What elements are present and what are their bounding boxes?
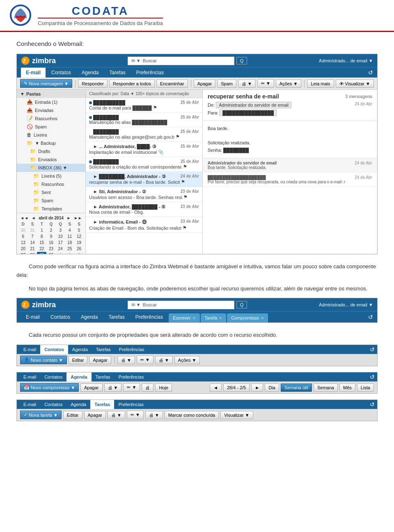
cal-cell-today[interactable]: 29	[37, 252, 46, 254]
cal-cell[interactable]: 31	[28, 227, 37, 233]
email-item-3[interactable]: ████████ 25 de Abr Manutenção no alias g…	[86, 127, 202, 142]
cal-cell[interactable]: 2	[46, 227, 56, 233]
cal-cell[interactable]: 4	[65, 227, 75, 233]
nav-email[interactable]: E-mail	[21, 68, 46, 78]
email-item-8[interactable]: ► Administrador, ████████ - ⑤ 23 de Abr …	[86, 202, 202, 217]
cal-cell[interactable]: 1	[56, 252, 65, 254]
cal-cell[interactable]: 8	[37, 233, 46, 240]
props-tarefas-nav-tarefas[interactable]: Tarefas	[90, 400, 114, 409]
send-contato-btn[interactable]: 🖨 ▼	[155, 356, 173, 364]
responder-todos-btn[interactable]: Responder a todos	[109, 80, 155, 88]
nav2-contatos[interactable]: Contatos	[46, 312, 75, 322]
cal-cell[interactable]: 7	[28, 233, 37, 240]
props-tarefas-nav-contatos[interactable]: Contatos	[40, 400, 66, 409]
tag-btn[interactable]: ✏ ▼	[257, 79, 274, 88]
props-tarefas-nav-agenda[interactable]: Agenda	[66, 400, 90, 409]
props-nav-refresh[interactable]: ↺	[370, 346, 375, 353]
lista-btn[interactable]: Lista	[357, 384, 374, 392]
zimbra-search-button[interactable]: Q	[236, 57, 247, 64]
cal-prev-month[interactable]: ◄	[32, 216, 36, 220]
cal-prev[interactable]: ◄◄	[20, 216, 28, 220]
props-agenda-nav-contatos[interactable]: Contatos	[40, 372, 66, 381]
folder-drafts[interactable]: 📁 Drafts	[17, 147, 85, 155]
folder-backup[interactable]: 📁 ▼ Backup	[17, 139, 85, 147]
email-item-2[interactable]: ████████ 25 de Abr Manutenção no alias █…	[86, 113, 202, 127]
tag-contato-btn[interactable]: ✏ ▼	[137, 356, 153, 364]
tarefas-tag-btn[interactable]: ✏ ▼	[127, 411, 144, 419]
encaminhar-btn[interactable]: Encaminhar	[156, 80, 188, 88]
cal-cell[interactable]: 28	[28, 252, 37, 254]
props-agenda-nav-refresh[interactable]: ↺	[370, 374, 375, 380]
email-item-1[interactable]: ██████████ 25 de Abr Conta de e-mail par…	[86, 98, 202, 113]
semana-btn[interactable]: Semana	[314, 384, 338, 392]
spam-btn[interactable]: Spam	[217, 80, 236, 88]
tab-close-compromisso[interactable]: ✕	[261, 316, 264, 320]
leia-mais-btn[interactable]: Leia mais	[307, 80, 334, 88]
acoes-btn[interactable]: Ações ▼	[276, 80, 302, 88]
props-agenda-nav-tarefas[interactable]: Tarefas	[92, 372, 115, 381]
cal-cell[interactable]: 22	[37, 246, 46, 252]
props-nav-tarefas[interactable]: Tarefas	[92, 345, 115, 354]
props-agenda-nav-preferencias[interactable]: Preferências	[115, 372, 148, 381]
tarefas-print-btn[interactable]: 🖨 ▼	[108, 411, 125, 419]
cal-cell[interactable]: 6	[18, 233, 28, 240]
cal-cell[interactable]: 30	[46, 252, 56, 254]
cal-cell[interactable]: 17	[56, 240, 65, 246]
email-item-6[interactable]: ► ████████, Administrador - ③ 24 de Abr …	[86, 172, 202, 187]
folder-inbox[interactable]: 📁 INBOX (36) ▼	[17, 164, 85, 172]
tab-tarefa[interactable]: Tarefa ✕	[201, 313, 227, 322]
cal-cell[interactable]: 12	[74, 233, 84, 240]
prev-period-btn[interactable]: ◄	[210, 384, 222, 392]
marcar-concluida-btn[interactable]: Marcar como concluída	[165, 411, 219, 419]
tab-close-tarefa[interactable]: ✕	[219, 316, 222, 320]
cal-cell[interactable]: 21	[28, 246, 37, 252]
cal-cell[interactable]: 14	[28, 240, 37, 246]
cal-cell[interactable]: 3	[56, 227, 65, 233]
props-nav-preferencias[interactable]: Preferências	[115, 345, 149, 354]
folder-lixeira-sub[interactable]: 📁 Lixeira (5)	[17, 172, 85, 180]
novo-contato-btn[interactable]: 👤 Novo contato ▼	[20, 356, 67, 364]
nova-mensagem-btn[interactable]: ✎ Nova mensagem ▼	[20, 79, 72, 88]
zimbra2-search-input[interactable]: ✉ ▼ Buscar	[128, 301, 234, 309]
visualizar-tarefa-btn[interactable]: Visualizar ▼	[220, 411, 253, 419]
preview-summary-item-1[interactable]: Administrador do servidor de email 24 de…	[203, 158, 377, 173]
hoje-btn[interactable]: Hoje	[155, 384, 172, 392]
folder-rascunhos-sub[interactable]: 📁 Rascunhos	[17, 180, 85, 188]
folder-rascunhos[interactable]: 📝 Rascunhos	[17, 114, 85, 123]
cal-cell[interactable]: 11	[65, 233, 75, 240]
nav2-agenda[interactable]: Agenda	[76, 312, 103, 322]
email-item-9[interactable]: ► informatica, Email - ⑬ 23 de Abr Criaç…	[86, 217, 202, 233]
editar-contato-btn[interactable]: Editar	[69, 356, 88, 364]
cal-next[interactable]: ►►	[74, 216, 82, 220]
folder-spam[interactable]: 🚫 Spam	[17, 123, 85, 131]
editar-tarefa-btn[interactable]: Editar	[63, 411, 82, 419]
nav2-tarefas[interactable]: Tarefas	[103, 312, 129, 322]
email-item-5[interactable]: ████████ 25 de Abr Solicitando a criação…	[86, 157, 202, 172]
nav2-preferencias[interactable]: Preferências	[131, 312, 168, 322]
apagar-btn[interactable]: Apagar	[194, 80, 215, 88]
cal-cell[interactable]: 1	[37, 227, 46, 233]
visualizar-btn[interactable]: 👁 Visualizar ▼	[336, 80, 374, 88]
props-agenda-nav-agenda[interactable]: Agenda	[66, 372, 91, 381]
apagar-tarefa-btn[interactable]: Apagar	[84, 411, 106, 419]
nav-contatos[interactable]: Contatos	[46, 68, 76, 78]
cal-cell[interactable]: 5	[74, 227, 84, 233]
folder-lixeira[interactable]: 🗑 Lixeira	[17, 131, 85, 139]
cal-cell[interactable]: 16	[46, 240, 56, 246]
semana-util-btn[interactable]: Semana útil	[281, 384, 312, 392]
props-tarefas-nav-email[interactable]: E-mail	[19, 400, 40, 409]
preview-summary-item-2[interactable]: ████████████████████ 24 de Abr Por favor…	[203, 173, 377, 187]
nav2-email[interactable]: E-mail	[21, 312, 45, 322]
nav-preferencias[interactable]: Preferências	[131, 68, 169, 78]
folder-entrada[interactable]: 📥 Entrada (1)	[17, 98, 85, 106]
props-agenda-nav-email[interactable]: E-mail	[19, 372, 40, 381]
zimbra-search-input-area[interactable]: ✉ ▼ Buscar	[128, 57, 234, 65]
tarefas-send-btn[interactable]: 🖨 ▼	[145, 411, 163, 419]
apagar-contato-btn[interactable]: Apagar	[89, 356, 111, 364]
tab-compromisso[interactable]: Compromisso ✕	[227, 313, 268, 322]
tab-escrever[interactable]: Escrever ✕	[169, 313, 199, 322]
cal-cell[interactable]: 30	[18, 227, 28, 233]
folder-enviadas[interactable]: 📤 Enviadas	[17, 106, 85, 114]
nav-agenda[interactable]: Agenda	[77, 68, 103, 78]
cal-cell[interactable]: 19	[74, 240, 84, 246]
